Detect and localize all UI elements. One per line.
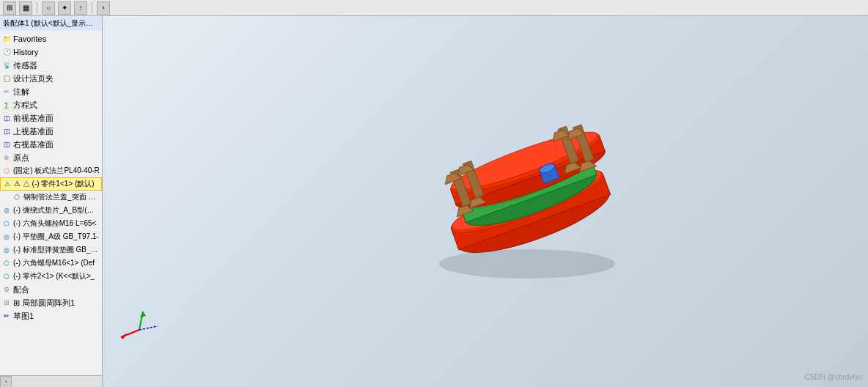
pattern-icon: ⊞ <box>1 298 12 308</box>
toolbar-sep-1 <box>37 2 37 14</box>
nut-label: (-) 六角螺母M16<1> (Def <box>13 258 95 268</box>
front-plane-label: 前视基准面 <box>13 113 54 124</box>
tree-item-favorites[interactable]: 📁 Favorites <box>0 32 102 45</box>
washer-flat-label: (-) 平垫圈_A级 GB_T97.1- <box>13 232 99 242</box>
note-icon: ✏ <box>1 86 12 97</box>
design-icon: 📋 <box>1 73 12 84</box>
svg-marker-29 <box>140 312 146 317</box>
model-shadow <box>439 249 615 279</box>
tree-item-part2[interactable]: ⬡ (-) 零件2<1> (K<<默认>_ <box>0 270 102 283</box>
mate-icon: ⚙ <box>1 284 12 295</box>
tree-item-history[interactable]: 🕐 History <box>0 45 102 59</box>
washer-flat-icon: ◎ <box>1 232 12 242</box>
toolbar-btn-4[interactable]: ✦ <box>58 1 71 15</box>
toolbar-btn-3[interactable]: ○ <box>42 1 55 15</box>
sketch-icon: ✏ <box>1 311 12 321</box>
coord-axes <box>117 304 161 343</box>
sketch1-label: 草图1 <box>13 311 34 322</box>
svg-line-30 <box>139 326 158 330</box>
flange-fixed-icon: ⬡ <box>1 166 12 176</box>
panel-scroll-right[interactable]: › <box>0 376 12 388</box>
history-label: History <box>13 48 38 56</box>
left-panel: 装配体1 (默认<默认_显示状态) 📁 Favorites 🕐 History … <box>0 16 103 387</box>
pattern-label: ⊞ 局部圆周阵列1 <box>13 298 75 309</box>
tree-item-nut[interactable]: ⬡ (-) 六角螺母M16<1> (Def <box>0 257 102 270</box>
tree-item-front-plane[interactable]: ◫ 前视基准面 <box>0 111 102 125</box>
toolbar: ⊞ ▦ ○ ✦ ↑ › <box>0 0 868 16</box>
top-plane-label: 上视基准面 <box>13 126 54 137</box>
favorites-label: Favorites <box>13 34 46 43</box>
history-icon: 🕐 <box>1 47 12 57</box>
plane-icon-top: ◫ <box>1 126 12 136</box>
tree-area[interactable]: 📁 Favorites 🕐 History 📡 传感器 📋 设计活页夹 ✏ 注解 <box>0 31 102 375</box>
toolbar-btn-1[interactable]: ⊞ <box>3 1 16 15</box>
design-label: 设计活页夹 <box>13 73 54 84</box>
tree-item-top-plane[interactable]: ◫ 上视基准面 <box>0 125 102 138</box>
tree-item-washer-spring[interactable]: ◎ (-) 标准型弹簧垫圈 GB_T9: <box>0 243 102 257</box>
tree-item-sketch1[interactable]: ✏ 草图1 <box>0 309 102 322</box>
toolbar-sep-2 <box>92 2 92 14</box>
tree-item-note[interactable]: ✏ 注解 <box>0 85 102 98</box>
plane-icon-right: ◫ <box>1 139 12 150</box>
main-area: 装配体1 (默认<默认_显示状态) 📁 Favorites 🕐 History … <box>0 16 868 387</box>
flange-fixed-label: (固定) 板式法兰PL40-40-R <box>13 166 100 176</box>
model-svg <box>384 106 663 297</box>
nut-icon: ⬡ <box>1 258 12 268</box>
tree-item-gasket[interactable]: ◎ (-) 缠绕式垫片_A_B型(欧洲) <box>0 204 102 217</box>
tree-item-right-plane[interactable]: ◫ 右视基准面 <box>0 138 102 151</box>
tree-item-bolt[interactable]: ⬡ (-) 六角头螺栓M16 L=65< <box>0 217 102 230</box>
assembly-title: 装配体1 (默认<默认_显示状态) <box>0 16 102 31</box>
toolbar-btn-more[interactable]: › <box>97 1 110 15</box>
toolbar-btn-5[interactable]: ↑ <box>74 1 87 15</box>
tree-item-part1[interactable]: ⚠ ⚠ △ (-) 零件1<1> (默认) <box>0 177 102 191</box>
gasket-icon: ◎ <box>1 205 12 215</box>
right-plane-label: 右视基准面 <box>13 139 54 150</box>
origin-icon: ⊕ <box>1 152 12 163</box>
plane-icon-front: ◫ <box>1 113 12 123</box>
coord-axes-svg <box>117 304 161 341</box>
tree-item-origin[interactable]: ⊕ 原点 <box>0 151 102 164</box>
origin-label: 原点 <box>13 152 29 163</box>
tree-item-design[interactable]: 📋 设计活页夹 <box>0 72 102 85</box>
gasket-label: (-) 缠绕式垫片_A_B型(欧洲) <box>13 205 100 215</box>
sensor-icon: 📡 <box>1 60 12 70</box>
flange-part-label: 钢制管法兰盖_突面 HG200 <box>23 192 100 202</box>
tree-item-formula[interactable]: ∑ 方程式 <box>0 98 102 111</box>
part2-label: (-) 零件2<1> (K<<默认>_ <box>13 271 95 281</box>
folder-icon: 📁 <box>1 34 12 44</box>
mate-label: 配合 <box>13 284 29 295</box>
formula-icon: ∑ <box>1 100 12 110</box>
washer-spring-icon: ◎ <box>1 245 12 255</box>
tree-item-flange-fixed[interactable]: ⬡ (固定) 板式法兰PL40-40-R <box>0 164 102 177</box>
tree-item-mate[interactable]: ⚙ 配合 <box>0 283 102 296</box>
watermark: CSDN @cbrdvlyu <box>804 373 862 381</box>
washer-spring-label: (-) 标准型弹簧垫圈 GB_T9: <box>13 245 100 255</box>
note-label: 注解 <box>13 86 29 97</box>
flange-part-icon: ⬡ <box>12 192 22 202</box>
sensor-label: 传感器 <box>13 60 37 71</box>
toolbar-btn-2[interactable]: ▦ <box>19 1 32 15</box>
tree-item-flange-part[interactable]: ⬡ 钢制管法兰盖_突面 HG200 <box>0 191 102 204</box>
formula-label: 方程式 <box>13 100 37 111</box>
part1-icon: ⚠ <box>2 179 12 189</box>
panel-bottom: › <box>0 375 102 387</box>
bolt-label: (-) 六角头螺栓M16 L=65< <box>13 218 96 229</box>
bolt-icon: ⬡ <box>1 218 12 229</box>
tree-item-sensor[interactable]: 📡 传感器 <box>0 59 102 72</box>
viewport[interactable]: CSDN @cbrdvlyu <box>103 16 868 387</box>
tree-item-washer-flat[interactable]: ◎ (-) 平垫圈_A级 GB_T97.1- <box>0 230 102 243</box>
tree-item-pattern[interactable]: ⊞ ⊞ 局部圆周阵列1 <box>0 296 102 309</box>
model-container <box>384 106 663 297</box>
part1-label: ⚠ △ (-) 零件1<1> (默认) <box>14 179 95 189</box>
part2-icon: ⬡ <box>1 271 12 281</box>
